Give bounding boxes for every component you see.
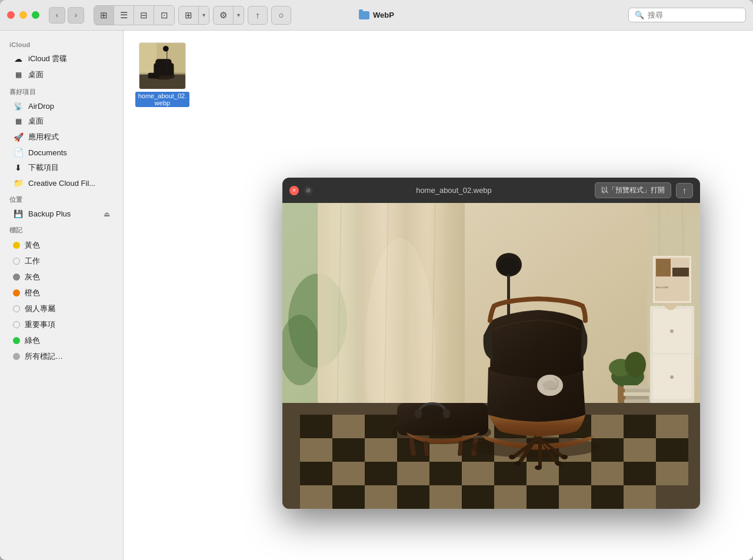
sidebar-item-tag-important[interactable]: 重要事項 <box>4 317 119 332</box>
desktop-icloud-icon: ▦ <box>13 71 24 79</box>
tag-icon: ○ <box>278 10 284 20</box>
sidebar-label-desktop-icloud: 桌面 <box>28 69 44 80</box>
sidebar-section-location: 位置 <box>0 191 123 206</box>
sidebar-section-favorites: 喜好項目 <box>0 83 123 99</box>
backup-plus-icon: 💾 <box>13 209 24 218</box>
minimize-button[interactable] <box>19 11 27 19</box>
action-button[interactable]: ⚙ ▾ <box>213 6 244 25</box>
view-list-icon: ☰ <box>120 10 128 21</box>
sidebar-section-icloud: iCloud <box>0 36 123 51</box>
quicklook-panel: × ⊘ home_about_02.webp 以「預覽程式」打開 ↑ <box>282 178 700 509</box>
toolbar: ⊞ ☰ ⊟ ⊡ ⊞ ▾ ⚙ ▾ <box>94 5 291 25</box>
view-gallery-button[interactable]: ⊡ <box>154 6 174 25</box>
downloads-icon: ⬇ <box>13 163 24 172</box>
sidebar-label-documents: Documents <box>28 148 67 157</box>
sidebar-label-creative-cloud: Creative Cloud Fil... <box>28 179 95 188</box>
sidebar-label-backup-plus: Backup Plus <box>28 209 71 218</box>
sidebar-item-desktop[interactable]: ▦ 桌面 <box>4 114 119 129</box>
file-thumbnail <box>139 42 186 89</box>
quicklook-share-button[interactable]: ↑ <box>676 183 693 198</box>
sidebar: iCloud ☁ iCloud 雲碟 ▦ 桌面 喜好項目 📡 AirDrop ▦… <box>0 31 124 560</box>
sidebar-label-tag-yellow: 黃色 <box>25 240 40 251</box>
quicklook-filename: home_about_02.webp <box>318 186 590 195</box>
green-tag-dot <box>13 337 20 344</box>
thumbnail-image <box>139 43 185 89</box>
sidebar-item-desktop-icloud[interactable]: ▦ 桌面 <box>4 67 119 82</box>
tag-button[interactable]: ○ <box>271 6 291 25</box>
sidebar-item-tag-work[interactable]: 工作 <box>4 254 119 269</box>
personal-tag-dot <box>13 305 20 312</box>
view-list-button[interactable]: ☰ <box>114 6 134 25</box>
svg-point-9 <box>163 46 169 52</box>
eject-button[interactable]: ⏏ <box>104 210 110 218</box>
quicklook-close-button[interactable]: × <box>289 186 299 195</box>
view-columns-button[interactable]: ⊟ <box>134 6 154 25</box>
titlebar: ‹ › ⊞ ☰ ⊟ ⊡ <box>0 0 753 31</box>
sidebar-label-applications: 應用程式 <box>28 132 59 142</box>
sidebar-section-tags: 標記 <box>0 221 123 237</box>
orange-tag-dot <box>13 289 20 296</box>
sidebar-item-tag-orange[interactable]: 橙色 <box>4 285 119 301</box>
sidebar-label-tag-personal: 個人專屬 <box>25 304 55 314</box>
file-area[interactable]: home_about_02.webp × ⊘ home_about_02.web… <box>124 31 753 560</box>
svg-rect-7 <box>148 73 160 79</box>
window-controls <box>7 11 39 19</box>
desktop-icon: ▦ <box>13 117 24 125</box>
sidebar-label-tag-work: 工作 <box>25 256 40 266</box>
gray-tag-dot <box>13 274 20 281</box>
search-icon: 🔍 <box>635 11 644 19</box>
sort-button[interactable]: ⊞ ▾ <box>178 6 209 25</box>
sidebar-item-documents[interactable]: 📄 Documents <box>4 145 119 159</box>
applications-icon: 🚀 <box>13 132 24 142</box>
sidebar-item-tag-gray[interactable]: 灰色 <box>4 269 119 285</box>
sidebar-label-desktop: 桌面 <box>28 116 44 126</box>
view-icons-icon: ⊞ <box>100 10 108 21</box>
important-tag-dot <box>13 321 20 328</box>
back-button[interactable]: ‹ <box>49 7 65 24</box>
forward-icon: › <box>75 11 77 19</box>
sidebar-item-tag-yellow[interactable]: 黃色 <box>4 238 119 253</box>
sidebar-label-tag-green: 綠色 <box>25 335 40 346</box>
folder-icon <box>359 11 369 19</box>
search-bar[interactable]: 🔍 <box>628 8 746 22</box>
quicklook-share-icon: ↑ <box>682 186 687 195</box>
sidebar-label-downloads: 下載項目 <box>28 162 59 173</box>
sidebar-label-tag-orange: 橙色 <box>25 288 40 298</box>
forward-button[interactable]: › <box>68 7 84 24</box>
back-icon: ‹ <box>56 11 58 19</box>
airdrop-icon: 📡 <box>13 102 24 111</box>
sidebar-item-downloads[interactable]: ⬇ 下載項目 <box>4 160 119 175</box>
sidebar-item-airdrop[interactable]: 📡 AirDrop <box>4 99 119 113</box>
file-item-home-about-02[interactable]: home_about_02.webp <box>133 40 192 109</box>
maximize-button[interactable] <box>32 11 39 19</box>
sidebar-item-tag-personal[interactable]: 個人專屬 <box>4 301 119 316</box>
icloud-icon: ☁ <box>13 54 24 64</box>
quicklook-image: MAGAZINE <box>282 203 700 509</box>
quicklook-open-button[interactable]: 以「預覽程式」打開 <box>595 182 671 198</box>
sidebar-item-applications[interactable]: 🚀 應用程式 <box>4 129 119 145</box>
search-input[interactable] <box>648 11 739 19</box>
work-tag-dot <box>13 258 20 265</box>
view-buttons: ⊞ ☰ ⊟ ⊡ <box>94 5 175 25</box>
sidebar-item-icloud-drive[interactable]: ☁ iCloud 雲碟 <box>4 51 119 66</box>
sidebar-item-tag-green[interactable]: 綠色 <box>4 333 119 348</box>
share-button[interactable]: ↑ <box>248 6 268 25</box>
gear-icon: ⚙ <box>214 6 234 24</box>
creative-cloud-icon: 📁 <box>13 178 24 188</box>
all-tags-dot <box>13 353 20 360</box>
sidebar-label-icloud-drive: iCloud 雲碟 <box>28 54 67 64</box>
sidebar-item-tag-all[interactable]: 所有標記… <box>4 349 119 364</box>
sidebar-item-backup-plus[interactable]: 💾 Backup Plus ⏏ <box>4 207 119 221</box>
quicklook-nav-button[interactable]: ⊘ <box>304 186 313 195</box>
sidebar-item-creative-cloud[interactable]: 📁 Creative Cloud Fil... <box>4 176 119 190</box>
documents-icon: 📄 <box>13 148 24 157</box>
navigation-buttons: ‹ › <box>49 7 84 24</box>
close-button[interactable] <box>7 11 15 19</box>
sidebar-label-tag-all: 所有標記… <box>25 351 63 362</box>
finder-window: ‹ › ⊞ ☰ ⊟ ⊡ <box>0 0 753 560</box>
yellow-tag-dot <box>13 242 20 249</box>
share-icon: ↑ <box>255 10 260 20</box>
view-icons-button[interactable]: ⊞ <box>94 6 114 25</box>
sidebar-label-tag-important: 重要事項 <box>25 319 55 330</box>
view-columns-icon: ⊟ <box>140 10 148 21</box>
